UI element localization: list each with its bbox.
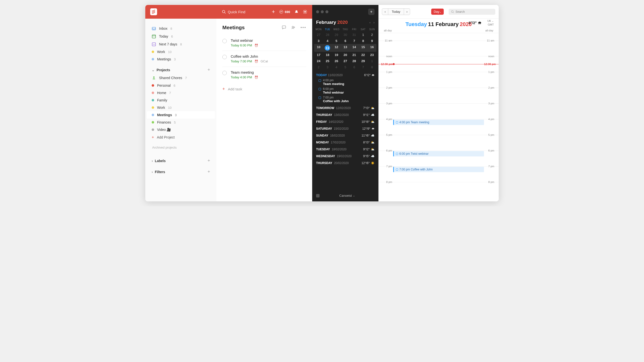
mini-day-cell[interactable]: 21 [350,52,358,58]
projects-section-header[interactable]: ⌄Projects + [147,65,215,74]
mini-day-cell[interactable]: 6 [350,64,358,70]
add-project[interactable]: + Add Project [147,133,215,141]
mini-day-cell[interactable]: 27 [314,32,323,38]
sidebar-fav-meetings[interactable]: Meetings 3 [147,56,215,63]
forecast-row[interactable]: WEDNESDAY 19/02/20209°/5°☁️ [312,153,378,160]
mini-day-cell[interactable]: 25 [323,58,332,64]
mini-day-cell[interactable]: 2 [314,64,323,70]
sidebar-project-shared-chores[interactable]: Shared Chores7 [147,74,215,82]
mini-day-cell[interactable]: 31 [350,32,358,38]
mini-day-cell[interactable]: 28 [350,58,358,64]
comments-icon[interactable] [282,25,286,30]
more-icon[interactable]: ••• [300,25,306,30]
archived-projects[interactable]: Archived projects [147,141,215,154]
calendar-set-selector[interactable]: Canoeist ⌄ [339,194,355,197]
sidebar-project-finances[interactable]: Finances5 [147,119,215,126]
event-item[interactable]: 4:00 pmTeam meeting [312,78,378,87]
forecast-row[interactable]: FRIDAY 14/02/202010°/8°⛅ [312,118,378,125]
forecast-row[interactable]: MONDAY 17/02/20208°/3°⛅ [312,139,378,146]
mini-day-cell[interactable]: 14 [350,44,358,52]
calendar-event[interactable]: 6:00 pm Twist webinar [393,151,484,156]
mini-day-cell[interactable]: 4 [332,64,341,70]
add-task-row[interactable]: + Add task [222,83,306,96]
forecast-row[interactable]: SUNDAY 16/02/202011°/6°☁️ [312,132,378,139]
add-project-icon[interactable]: + [208,67,210,73]
add-task-icon[interactable]: + [272,9,275,15]
mini-day-cell[interactable]: 5 [332,38,341,44]
mini-day-cell[interactable]: 13 [341,44,350,52]
add-event-button[interactable]: + [368,9,374,15]
calendar-event[interactable]: 4:00 pm Team meeting [393,120,484,125]
mini-day-cell[interactable]: 27 [341,58,350,64]
window-controls[interactable] [316,10,328,13]
sidebar-inbox[interactable]: Inbox 8 [147,25,215,33]
mini-day-cell[interactable]: 26 [332,58,341,64]
filters-section[interactable]: ›Filters + [147,167,215,176]
mini-day-cell[interactable]: 29 [358,58,368,64]
forecast-row[interactable]: SATURDAY 15/02/202012°/9°🌧 [312,125,378,132]
mini-day-cell[interactable]: 20 [341,52,350,58]
next-day-button[interactable]: › [404,9,410,15]
mini-day-cell[interactable]: 7 [358,64,368,70]
calendar-event[interactable]: 7:00 pm Coffee with John [393,167,484,172]
forecast-row[interactable]: THURSDAY 13/02/20209°/1°☁️ [312,112,378,118]
forecast-row[interactable]: TOMORROW 12/02/20207°/3°⛅ [312,105,378,112]
labels-section[interactable]: ›Labels + [147,156,215,165]
forecast-row[interactable]: TUESDAY 18/02/20209°/2°⛅ [312,146,378,153]
calendar-grid[interactable]: 11 am11 amnoonnoon1 pm1 pm2 pm2 pm3 pm3 … [378,33,499,190]
mini-day-cell[interactable]: 28 [323,32,332,38]
task-row[interactable]: Team meetingToday 4:00 PM⏰ [222,67,306,83]
mini-day-cell[interactable]: 7 [350,38,358,44]
checkbox-icon[interactable] [316,194,320,197]
notifications-icon[interactable] [294,10,298,14]
timezone-selector[interactable]: UK ⌄ GMT [488,19,494,26]
mini-day-cell[interactable]: 16 [368,44,376,52]
settings-icon[interactable] [303,10,307,14]
calendar-search[interactable]: Search [449,9,495,15]
todoist-logo-icon[interactable] [150,8,157,15]
sidebar-fav-work[interactable]: Work 10 [147,48,215,56]
karma-button[interactable]: 690 [279,10,290,14]
mini-day-cell[interactable]: 10 [314,44,323,52]
mini-day-cell[interactable]: 8 [368,64,376,70]
event-item[interactable]: 6:00 pmTwist webinar [312,87,378,95]
mini-day-cell[interactable]: 22 [358,52,368,58]
mini-day-cell[interactable]: 8 [358,38,368,44]
mini-day-cell[interactable]: 12 [332,44,341,52]
today-button[interactable]: Today [388,9,404,15]
sidebar-today[interactable]: Today 6 [147,33,215,40]
prev-month-icon[interactable]: ‹ [369,21,370,24]
quick-find[interactable]: Quick Find [222,10,268,14]
task-row[interactable]: Twist webinarToday 6:00 PM⏰ [222,35,306,51]
close-icon[interactable] [316,10,319,13]
mini-day-cell[interactable]: 2 [368,32,376,38]
mini-day-cell[interactable]: 11 [323,44,332,52]
mini-day-cell[interactable]: 4 [323,38,332,44]
forecast-row[interactable]: THURSDAY 20/02/202012°/6°☀️ [312,160,378,167]
sidebar-project-work[interactable]: Work10 [147,104,215,111]
mini-day-cell[interactable]: 29 [332,32,341,38]
mini-day-cell[interactable]: 18 [323,52,332,58]
mini-day-cell[interactable]: 3 [323,64,332,70]
prev-day-button[interactable]: ‹ [382,9,388,15]
task-checkbox[interactable] [222,55,227,59]
mini-day-cell[interactable]: 19 [332,52,341,58]
mini-day-cell[interactable]: 15 [358,44,368,52]
event-item[interactable]: 7:00 pmCoffee with John [312,95,378,104]
sidebar-project-meetings[interactable]: Meetings3 [147,111,215,119]
mini-day-cell[interactable]: 3 [314,38,323,44]
mini-day-cell[interactable]: 9 [368,38,376,44]
sidebar-project-video-[interactable]: Video 🎥 [147,126,215,133]
task-row[interactable]: Coffee with JohnToday 7:00 PM⏰GCal [222,51,306,67]
task-checkbox[interactable] [222,39,227,43]
mini-day-cell[interactable]: 24 [314,58,323,64]
add-label-icon[interactable]: + [208,158,210,163]
next-month-icon[interactable]: › [374,21,374,24]
sidebar-project-family[interactable]: Family [147,97,215,104]
minimize-icon[interactable] [321,10,324,13]
maximize-icon[interactable] [326,10,328,13]
task-checkbox[interactable] [222,71,227,75]
view-selector-button[interactable]: Day⌄ [431,9,444,15]
sidebar-next7[interactable]: Next 7 days 8 [147,40,215,48]
mini-day-cell[interactable]: 1 [368,58,376,64]
